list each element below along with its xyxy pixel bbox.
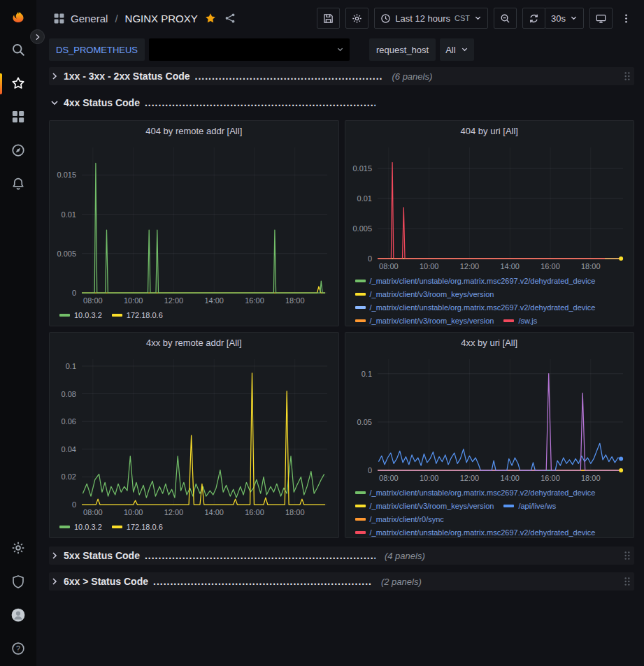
legend-item[interactable]: 172.18.0.6 [112,308,163,321]
sidebar-item-server-admin[interactable] [0,565,36,599]
sidebar-item-starred[interactable] [0,67,36,101]
datasource-variable-label[interactable]: DS_PROMETHEUS [49,38,145,61]
time-range-picker[interactable]: Last 12 hours CST [374,8,488,29]
series-label[interactable]: 172.18.0.6 [127,523,163,531]
row-drag-handle[interactable] [623,550,631,561]
legend-item[interactable]: /_matrix/client/v3/room_keys/version [355,314,494,326]
chevron-right-icon [34,34,41,41]
panel-title[interactable]: 4xx by remote addr [All] [50,333,338,352]
sidebar-item-dashboards[interactable] [0,101,36,134]
topbar: General / NGINX PROXY Last 12 hours CST [36,0,644,36]
panel-title[interactable]: 404 by uri [All] [345,121,634,140]
series-label[interactable]: 10.0.3.2 [74,523,102,531]
row-title[interactable]: 6xx > Status Code [64,576,148,587]
sidebar-item-explore[interactable] [0,134,36,168]
row-header-6xx[interactable]: 6xx > Status Code ......................… [49,572,634,591]
series-label[interactable]: /_matrix/client/v3/room_keys/version [370,502,494,510]
save-dashboard-button[interactable] [317,8,340,29]
series-label[interactable]: /_matrix/client/r0/sync [370,515,444,523]
refresh-interval-select[interactable]: 30s [545,8,584,29]
favorite-star-button[interactable] [203,11,217,25]
grafana-app: ? General / NGINX PROXY [0,0,644,666]
shield-icon [11,574,25,591]
sidebar-item-settings[interactable] [0,532,36,565]
series-color-swatch [355,491,366,494]
chart-404-by-remote-addr[interactable]: 08:0010:0012:0014:0016:0018:0000.0050.01… [50,140,338,308]
zoom-out-time-button[interactable] [494,8,517,29]
row-drag-handle[interactable] [623,71,631,82]
legend-item[interactable]: /_matrix/client/unstable/org.matrix.msc2… [355,274,596,287]
share-dashboard-button[interactable] [223,11,237,25]
panel-title[interactable]: 4xx by uri [All] [345,333,634,352]
series-color-swatch [503,319,514,322]
row-drag-handle[interactable] [623,576,631,587]
svg-text:0.1: 0.1 [361,370,371,378]
chevron-down-icon [461,45,468,55]
row-panel-count: (2 panels) [381,577,422,587]
panel-legend: 10.0.3.2 172.18.0.6 [50,520,338,537]
panel-legend: /_matrix/client/unstable/org.matrix.msc2… [345,486,634,537]
legend-item[interactable]: /sw.js [503,314,537,326]
datasource-variable-select[interactable] [149,38,350,61]
row-header-1xx-3xx-2xx[interactable]: 1xx - 3xx - 2xx Status Code ............… [49,67,634,85]
series-label[interactable]: /_matrix/client/unstable/org.matrix.msc2… [370,488,596,497]
series-label[interactable]: /_matrix/client/v3/room_keys/version [370,317,494,325]
svg-text:0.005: 0.005 [57,249,76,258]
legend-item[interactable]: 10.0.3.2 [59,308,102,321]
request-host-variable-label[interactable]: request_host [369,38,436,61]
chart-404-by-uri[interactable]: 08:0010:0012:0014:0016:0018:0000.0050.01… [345,140,634,274]
row-header-5xx[interactable]: 5xx Status Code ........................… [49,546,634,565]
row-title[interactable]: 4xx Status Code [64,97,140,108]
sidebar-item-help[interactable]: ? [0,632,36,666]
panel-title[interactable]: 404 by remote addr [All] [50,121,338,140]
row-title[interactable]: 1xx - 3xx - 2xx Status Code [64,71,190,82]
dashboard-title[interactable]: NGINX PROXY [125,13,198,24]
sidebar-item-profile[interactable] [0,599,36,632]
breadcrumb-section[interactable]: General [71,13,108,24]
legend-item[interactable]: /_matrix/client/v3/room_keys/version [355,499,494,512]
series-color-swatch [355,505,366,507]
legend-item[interactable]: /_matrix/client/v3/room_keys/version [355,287,494,301]
series-label[interactable]: /_matrix/client/unstable/org.matrix.msc2… [370,528,596,537]
series-label[interactable]: /sw.js [518,317,537,325]
gear-icon [352,13,362,24]
request-host-variable-select[interactable]: All [440,38,473,61]
panel-legend: /_matrix/client/unstable/org.matrix.msc2… [345,274,634,326]
avatar [11,608,25,624]
series-label[interactable]: /_matrix/client/v3/room_keys/version [370,290,494,298]
series-color-swatch [59,526,70,528]
row-header-4xx[interactable]: 4xx Status Code ........................… [49,94,634,112]
help-question-icon: ? [11,642,25,658]
legend-item[interactable]: /api/live/ws [503,499,556,512]
expand-sidebar-button[interactable] [30,29,45,44]
series-label[interactable]: 172.18.0.6 [127,311,163,319]
panel-404-by-uri: 404 by uri [All] 08:0010:0012:0014:0016:… [345,120,635,326]
legend-item[interactable]: 172.18.0.6 [112,520,163,533]
cycle-view-mode-button[interactable] [589,8,613,29]
series-label[interactable]: /_matrix/client/unstable/org.matrix.msc2… [370,277,596,285]
series-label[interactable]: /_matrix/client/unstable/org.matrix.msc2… [370,303,596,312]
sidebar: ? [0,0,36,666]
series-label[interactable]: 10.0.3.2 [74,311,102,319]
series-color-swatch [503,505,514,507]
legend-item[interactable]: /_matrix/client/unstable/org.matrix.msc2… [355,526,596,537]
grafana-logo[interactable] [0,0,36,34]
chart-4xx-by-uri[interactable]: 08:0010:0012:0014:0016:0018:0000.050.1 [345,352,634,486]
legend-item[interactable]: /_matrix/client/unstable/org.matrix.msc2… [355,301,596,314]
chart-4xx-by-remote-addr[interactable]: 08:0010:0012:0014:0016:0018:0000.020.040… [50,352,338,520]
kebab-menu-button[interactable] [618,8,634,29]
legend-item[interactable]: 10.0.3.2 [59,520,102,533]
refresh-dashboard-button[interactable] [522,8,545,29]
svg-text:18:00: 18:00 [581,262,601,270]
star-filled-icon [205,13,216,24]
dashboard-settings-button[interactable] [345,8,368,29]
svg-text:12:00: 12:00 [459,474,479,482]
kebab-icon [621,13,631,24]
legend-item[interactable]: /_matrix/client/unstable/org.matrix.msc2… [355,486,596,499]
sidebar-item-alerting[interactable] [0,168,36,201]
legend-item[interactable]: /_matrix/client/r0/sync [355,512,444,526]
row-title[interactable]: 5xx Status Code [64,550,140,561]
dashboard-scroll-area[interactable]: 1xx - 3xx - 2xx Status Code ............… [36,63,644,666]
series-label[interactable]: /api/live/ws [518,502,556,510]
svg-text:10:00: 10:00 [419,262,438,270]
